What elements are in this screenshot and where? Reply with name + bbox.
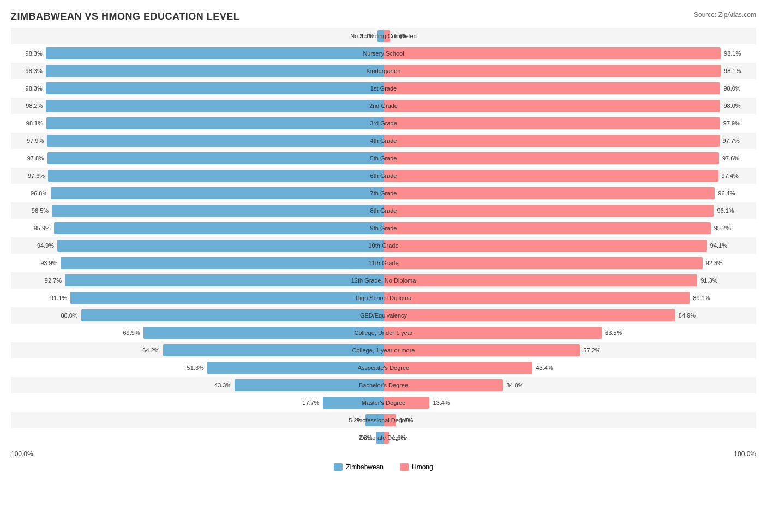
right-bar-section: 98.1% xyxy=(384,63,756,79)
bar-blue: 92.7% xyxy=(65,274,384,286)
value-left: 93.9% xyxy=(40,260,57,266)
bar-blue: 51.3% xyxy=(207,362,384,374)
bar-label: 9th Grade xyxy=(370,225,397,231)
bar-pink: 63.5% xyxy=(384,327,602,339)
value-right: 95.2% xyxy=(714,225,731,231)
left-bar-section: 43.3% xyxy=(11,377,384,393)
left-bar-section: 64.2% xyxy=(11,342,384,358)
right-bar-section: 13.4% xyxy=(384,394,756,411)
bar-blue: 64.2% xyxy=(163,344,384,356)
chart-area: 1.7%No Schooling Completed1.9%98.3%Nurse… xyxy=(11,28,756,446)
value-right: 98.0% xyxy=(723,103,740,109)
bar-pink: 96.4% xyxy=(384,187,715,199)
right-bar-section: 97.4% xyxy=(384,168,756,184)
left-bar-section: 5.2% xyxy=(11,412,384,428)
value-left: 51.3% xyxy=(187,364,204,371)
left-bar-section: 98.3% xyxy=(11,63,384,79)
left-bar-section: 97.8% xyxy=(11,150,384,166)
bar-pink: 98.0% xyxy=(384,100,720,112)
bar-blue: 69.9% xyxy=(143,327,384,339)
left-bar-section: 98.3% xyxy=(11,80,384,97)
bar-blue: 94.9% xyxy=(57,240,384,252)
bar-pink: 91.3% xyxy=(384,274,697,286)
right-bar-section: 89.1% xyxy=(384,290,756,306)
bar-blue: 98.3% xyxy=(46,47,384,59)
bar-label: 8th Grade xyxy=(370,207,397,214)
axis-labels: 100.0% 100.0% xyxy=(11,450,756,458)
value-right: 98.1% xyxy=(724,68,741,74)
right-bar-section: 1.9% xyxy=(384,28,756,44)
right-bar-section: 43.4% xyxy=(384,360,756,376)
value-left: 95.9% xyxy=(34,225,51,231)
right-bar-section: 84.9% xyxy=(384,307,756,324)
bar-label: College, 1 year or more xyxy=(352,347,415,354)
value-right: 97.9% xyxy=(723,120,740,127)
bar-label: No Schooling Completed xyxy=(350,33,417,39)
value-right: 63.5% xyxy=(605,330,622,336)
bar-label: 10th Grade xyxy=(368,242,398,249)
value-left: 91.1% xyxy=(50,295,67,301)
left-bar-section: 98.1% xyxy=(11,115,384,131)
value-left: 97.9% xyxy=(27,138,44,144)
left-bar-section: 17.7% xyxy=(11,394,384,411)
value-left: 69.9% xyxy=(123,330,140,336)
value-left: 88.0% xyxy=(61,312,77,319)
bar-label: Professional Degree xyxy=(356,417,411,423)
bar-label: College, Under 1 year xyxy=(354,330,412,336)
right-bar-section: 96.4% xyxy=(384,185,756,201)
value-left: 98.3% xyxy=(26,50,43,57)
bar-label: 7th Grade xyxy=(370,190,397,196)
bar-blue: 98.3% xyxy=(46,82,384,94)
axis-left-label: 100.0% xyxy=(11,450,33,458)
right-bar-section: 91.3% xyxy=(384,272,756,289)
legend-color-pink xyxy=(400,463,409,471)
value-left: 97.6% xyxy=(28,172,45,179)
left-bar-section: 97.6% xyxy=(11,168,384,184)
bar-pink: 98.1% xyxy=(384,65,721,77)
bar-blue: 93.9% xyxy=(61,257,384,269)
value-right: 97.7% xyxy=(723,138,740,144)
bar-pink: 97.6% xyxy=(384,152,719,164)
bar-label: 4th Grade xyxy=(370,138,397,144)
bar-pink: 89.1% xyxy=(384,292,690,304)
legend-color-blue xyxy=(334,463,343,471)
bar-blue: 96.5% xyxy=(52,205,384,217)
value-left: 17.7% xyxy=(302,399,319,406)
right-bar-section: 97.6% xyxy=(384,150,756,166)
value-right: 97.6% xyxy=(722,155,739,162)
value-right: 13.4% xyxy=(433,399,450,406)
value-left: 98.3% xyxy=(26,85,43,92)
value-right: 91.3% xyxy=(700,277,717,284)
left-bar-section: 98.3% xyxy=(11,45,384,62)
bar-label: 6th Grade xyxy=(370,172,397,179)
value-right: 97.4% xyxy=(722,172,739,179)
left-bar-section: 94.9% xyxy=(11,237,384,254)
value-right: 43.4% xyxy=(536,364,553,371)
value-right: 94.1% xyxy=(710,242,727,249)
value-left: 64.2% xyxy=(142,347,159,354)
value-left: 96.8% xyxy=(31,190,47,196)
bar-label: Doctorate Degree xyxy=(360,434,408,441)
value-left: 96.5% xyxy=(32,207,49,214)
bar-blue: 97.8% xyxy=(47,152,384,164)
right-bar-section: 92.8% xyxy=(384,255,756,271)
bar-pink: 95.2% xyxy=(384,222,711,234)
right-bar-section: 94.1% xyxy=(384,237,756,254)
bar-label: Master's Degree xyxy=(362,399,405,406)
value-right: 57.2% xyxy=(583,347,600,354)
legend-label-zimbabwean: Zimbabwean xyxy=(346,463,384,471)
bar-pink: 92.8% xyxy=(384,257,703,269)
value-right: 92.8% xyxy=(706,260,723,266)
legend-hmong: Hmong xyxy=(400,463,433,471)
chart-title: ZIMBABWEAN VS HMONG EDUCATION LEVEL xyxy=(11,11,756,22)
value-right: 96.1% xyxy=(717,207,734,214)
axis-right-label: 100.0% xyxy=(734,450,756,458)
right-bar-section: 98.1% xyxy=(384,45,756,62)
value-right: 34.8% xyxy=(506,382,523,388)
bar-blue: 97.9% xyxy=(47,135,384,147)
right-bar-section: 63.5% xyxy=(384,325,756,341)
bar-label: Nursery School xyxy=(363,50,404,57)
bar-label: 11th Grade xyxy=(368,260,398,266)
bar-pink: 84.9% xyxy=(384,309,675,321)
value-left: 94.9% xyxy=(37,242,54,249)
